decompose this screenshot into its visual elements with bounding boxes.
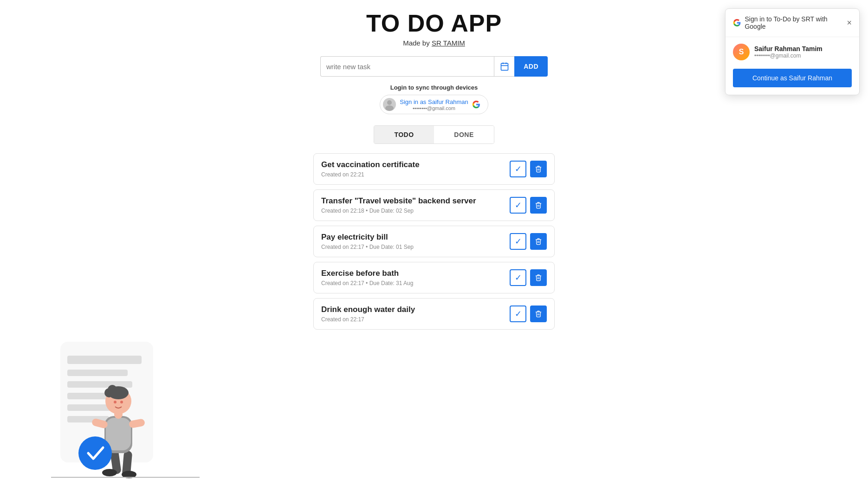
app-title: TO DO APP [366,9,502,37]
popup-google-icon [733,19,741,27]
complete-button-3[interactable]: ✓ [510,233,526,250]
task-info-1: Get vaccination certificate Created on 2… [321,160,510,178]
trash-icon-2 [535,202,542,209]
task-title-1: Get vaccination certificate [321,160,510,169]
task-actions-4: ✓ [510,269,547,286]
svg-rect-8 [67,370,128,376]
google-signin-popup: Sign in to To-Do by SRT with Google × S … [725,8,860,95]
complete-button-2[interactable]: ✓ [510,197,526,214]
login-label: Login to sync through devices [390,84,478,91]
task-meta-1: Created on 22:21 [321,171,510,178]
task-title-5: Drink enough water daily [321,305,510,314]
task-title-2: Transfer "Travel website" backend server [321,196,510,206]
task-card-1: Get vaccination certificate Created on 2… [313,153,555,185]
delete-button-3[interactable] [530,233,547,250]
svg-rect-7 [67,356,142,364]
svg-point-25 [108,386,129,399]
tabs-row: TODO DONE [374,125,494,144]
svg-point-5 [385,105,394,111]
task-input[interactable] [320,56,494,77]
svg-point-27 [120,401,123,403]
calendar-button[interactable] [494,56,514,77]
task-info-3: Pay electricity bill Created on 22:17 • … [321,233,510,250]
task-info-2: Transfer "Travel website" backend server… [321,196,510,214]
popup-continue-button[interactable]: Continue as Saifur Rahman [733,69,852,87]
task-actions-1: ✓ [510,161,547,177]
complete-button-1[interactable]: ✓ [510,161,526,177]
trash-icon-3 [535,238,542,245]
task-input-row: ADD [320,56,548,77]
signin-info: Sign in as Saifur Rahman ••••••••@gmail.… [400,98,468,111]
delete-button-1[interactable] [530,161,547,177]
author-link[interactable]: SR TAMIM [432,39,465,47]
signin-text: Sign in as Saifur Rahman [400,98,468,105]
calendar-icon [500,62,509,71]
task-actions-2: ✓ [510,197,547,214]
complete-button-4[interactable]: ✓ [510,269,526,286]
task-title-3: Pay electricity bill [321,233,510,242]
popup-avatar: S [733,44,750,60]
add-button[interactable]: ADD [514,56,548,77]
task-meta-5: Created on 22:17 [321,316,510,323]
popup-user-name: Saifur Rahman Tamim [754,45,823,52]
google-g-icon [472,100,480,109]
popup-user-email: ••••••••@gmail.com [754,52,823,59]
task-card-2: Transfer "Travel website" backend server… [313,189,555,221]
popup-title-row: Sign in to To-Do by SRT with Google [733,15,847,30]
task-card-3: Pay electricity bill Created on 22:17 • … [313,226,555,257]
task-info-4: Exercise before bath Created on 22:17 • … [321,269,510,286]
task-meta-4: Created on 22:17 • Due Date: 31 Aug [321,280,510,286]
popup-close-button[interactable]: × [847,19,852,27]
delete-button-2[interactable] [530,197,547,214]
trash-icon-1 [535,165,542,173]
task-meta-2: Created on 22:18 • Due Date: 02 Sep [321,208,510,214]
trash-icon-5 [535,310,542,318]
popup-header: Sign in to To-Do by SRT with Google × [725,9,859,37]
google-signin-button[interactable]: Sign in as Saifur Rahman ••••••••@gmail.… [380,95,488,114]
app-subtitle: Made by SR TAMIM [403,39,465,47]
svg-rect-0 [501,63,508,70]
signin-email: ••••••••@gmail.com [400,105,468,111]
complete-button-5[interactable]: ✓ [510,306,526,322]
task-card-5: Drink enough water daily Created on 22:1… [313,298,555,330]
trash-icon-4 [535,274,542,281]
tab-done[interactable]: DONE [434,126,494,143]
task-actions-3: ✓ [510,233,547,250]
svg-rect-9 [67,381,132,388]
illustration [23,305,200,481]
task-card-4: Exercise before bath Created on 22:17 • … [313,262,555,293]
popup-user-row: S Saifur Rahman Tamim ••••••••@gmail.com [725,37,859,67]
svg-point-26 [114,401,117,403]
signin-avatar [383,98,396,111]
popup-title: Sign in to To-Do by SRT with Google [745,15,847,30]
task-title-4: Exercise before bath [321,269,510,278]
popup-user-info: Saifur Rahman Tamim ••••••••@gmail.com [754,45,823,59]
task-meta-3: Created on 22:17 • Due Date: 01 Sep [321,244,510,250]
delete-button-4[interactable] [530,269,547,286]
tasks-list: Get vaccination certificate Created on 2… [313,153,555,330]
delete-button-5[interactable] [530,306,547,322]
task-actions-5: ✓ [510,306,547,322]
svg-point-15 [102,469,117,476]
svg-point-28 [78,436,112,470]
tab-todo[interactable]: TODO [374,126,434,143]
svg-point-4 [387,100,392,105]
task-info-5: Drink enough water daily Created on 22:1… [321,305,510,323]
login-section: Login to sync through devices Sign in as… [380,84,488,114]
